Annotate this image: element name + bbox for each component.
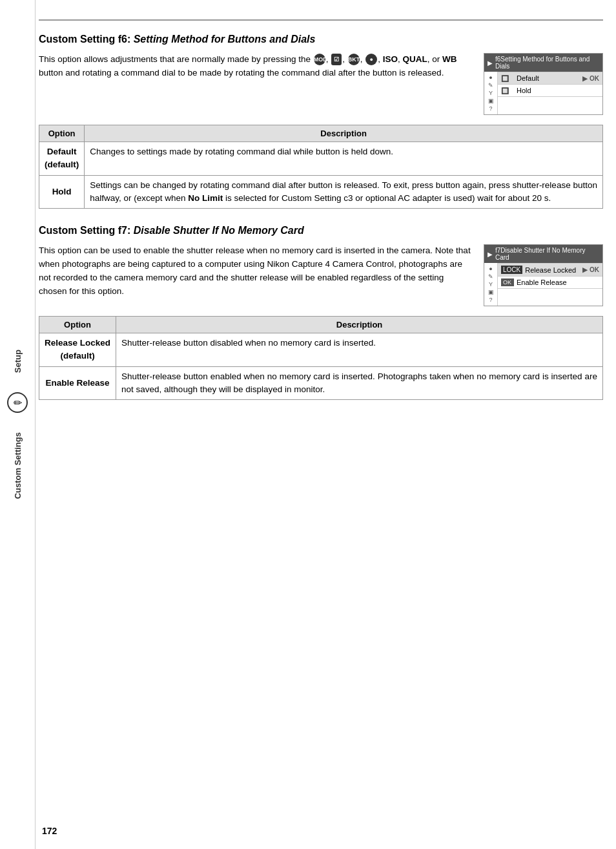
f7-enable-bold: Enable Release [46,378,110,388]
f6-intro-text: This option allows adjustments that are … [39,53,474,115]
f6-intro-part1: This option allows adjustments that are … [39,54,313,64]
f6-col1-header: Option [39,125,85,142]
f6-comma1: , [326,54,331,64]
f6-default-icon: 🔲 [501,75,514,82]
f7-ok-icon: OK [501,278,514,286]
f6-icon-pencil: ✎ [486,82,495,89]
f6-comma2: , [342,54,347,64]
f7-screen-arrow: ▶ [488,251,493,258]
f7-screen-layout: ● ✎ Y ▣ ? LOCK Release Locked ▶ OK [484,263,602,306]
f6-section-header: Custom Setting f6: Setting Method for Bu… [39,34,603,45]
f6-icon-rect: ▣ [486,98,495,104]
f7-locked-option-cell: Release Locked(default) [39,333,116,367]
section-f7: Custom Setting f7: Disable Shutter If No… [39,225,603,400]
mode-button-icon: MODE [314,54,325,65]
f7-screen-title: f7Disable Shutter If No Memory Card [495,247,599,261]
f6-col2-header: Description [85,125,603,142]
f6-row-hold-entry: Hold Settings can be changed by rotating… [39,175,603,209]
f6-comma6: , or [427,54,442,64]
f6-table: Option Description Default(default) Chan… [39,125,603,209]
f6-hold-desc: Settings can be changed by rotating comm… [85,175,603,209]
f6-row-default-entry: Default(default) Changes to settings mad… [39,142,603,176]
f7-row-release-locked[interactable]: LOCK Release Locked ▶ OK [498,264,602,276]
iso-label: ISO [383,54,398,64]
f7-title-plain: Custom Setting f7: [39,225,134,236]
f7-locked-suffix: (default) [60,351,94,361]
top-divider [39,19,603,21]
f6-default-desc: Changes to settings made by rotating com… [85,142,603,176]
qual-label: QUAL [403,54,427,64]
f7-col2-header: Description [116,317,603,333]
f6-default-label: Default [517,74,580,82]
section-f6: Custom Setting f6: Setting Method for Bu… [39,34,603,209]
f6-icon-y: Y [486,90,495,96]
f7-table: Option Description Release Locked(defaul… [39,316,603,400]
f6-comma3: , [360,54,365,64]
left-sidebar: Setup ✏ Custom Settings [0,0,36,849]
f7-icon-rect: ▣ [486,289,495,295]
f7-icon-y: Y [486,281,495,288]
f6-hold-icon: 🔲 [501,87,514,94]
f7-row-locked-entry: Release Locked(default) Shutter-release … [39,333,603,367]
f6-title-italic: Setting Method for Buttons and Dials [134,34,316,45]
f7-col1-header: Option [39,317,116,333]
f7-enable-desc: Shutter-release button enabled when no m… [116,366,603,400]
setup-label: Setup [13,350,23,373]
bkt-button-icon: BKT [348,54,360,65]
f7-intro-text: This option can be used to enable the sh… [39,244,474,306]
f7-title-italic: Disable Shutter If No Memory Card [134,225,304,236]
f6-hold-bold: Hold [52,187,72,196]
f6-default-ok: ▶ OK [582,75,599,82]
f6-comma5: , [398,54,403,64]
f6-row-hold[interactable]: 🔲 Hold [498,85,602,96]
f7-release-locked-label: Release Locked [525,266,580,274]
f6-screen-arrow: ▶ [488,59,493,67]
f7-icon-pencil: ✎ [486,273,495,280]
f6-hold-label: Hold [517,87,599,94]
f6-title-plain: Custom Setting f6: [39,34,134,45]
main-content: Custom Setting f6: Setting Method for Bu… [39,19,603,836]
f6-screen-layout: ● ✎ Y ▣ ? 🔲 Default ▶ OK [484,72,602,114]
f6-screen-right: 🔲 Default ▶ OK 🔲 Hold [498,72,602,114]
f7-row-enable-entry: Enable Release Shutter-release button en… [39,366,603,400]
f7-lock-icon: LOCK [501,266,522,274]
f7-screen-left-icons: ● ✎ Y ▣ ? [484,263,498,306]
f7-enable-option-cell: Enable Release [39,366,116,400]
f7-screen-right: LOCK Release Locked ▶ OK OK Enable Relea… [498,263,602,306]
f7-divider3 [498,288,602,289]
f7-locked-desc: Shutter-release button disabled when no … [116,333,603,367]
f7-enable-release-label: Enable Release [517,278,599,286]
f6-default-bold: Default [47,147,77,156]
f6-hold-option-cell: Hold [39,175,85,209]
custom-settings-label: Custom Settings [13,432,23,499]
pencil-icon: ✏ [7,392,28,413]
f7-row-enable-release[interactable]: OK Enable Release [498,277,602,288]
f7-section-header: Custom Setting f7: Disable Shutter If No… [39,225,603,236]
dot-button-icon: ● [365,54,377,65]
f6-default-suffix: (default) [45,160,79,169]
f7-content-row: This option can be used to enable the sh… [39,244,603,306]
f6-icon-dot: ● [486,74,495,81]
f6-row-default[interactable]: 🔲 Default ▶ OK [498,72,602,84]
f6-icon-q: ? [486,105,495,112]
f7-screen-title-bar: ▶ f7Disable Shutter If No Memory Card [484,245,602,263]
f6-screen-left-icons: ● ✎ Y ▣ ? [484,72,498,114]
f6-content-row: This option allows adjustments that are … [39,53,603,115]
f6-divider3 [498,96,602,97]
f6-intro-part2: button and rotating a command dial to be… [39,68,444,78]
f6-comma4: , [378,54,383,64]
f7-locked-bold: Release Locked [45,338,110,348]
f6-camera-screen: ▶ f6Setting Method for Buttons and Dials… [484,53,603,115]
f6-screen-title: f6Setting Method for Buttons and Dials [495,56,599,70]
f7-camera-screen: ▶ f7Disable Shutter If No Memory Card ● … [484,244,603,306]
f7-icon-q: ? [486,297,495,303]
f7-icon-dot: ● [486,266,495,272]
f6-screen-title-bar: ▶ f6Setting Method for Buttons and Dials [484,54,602,72]
f6-no-limit-bold: No Limit [188,193,223,203]
f7-release-locked-ok: ▶ OK [582,266,599,273]
f6-default-option-cell: Default(default) [39,142,85,176]
wb-label: WB [442,54,457,64]
ev-button-icon: ☑ [331,54,342,65]
